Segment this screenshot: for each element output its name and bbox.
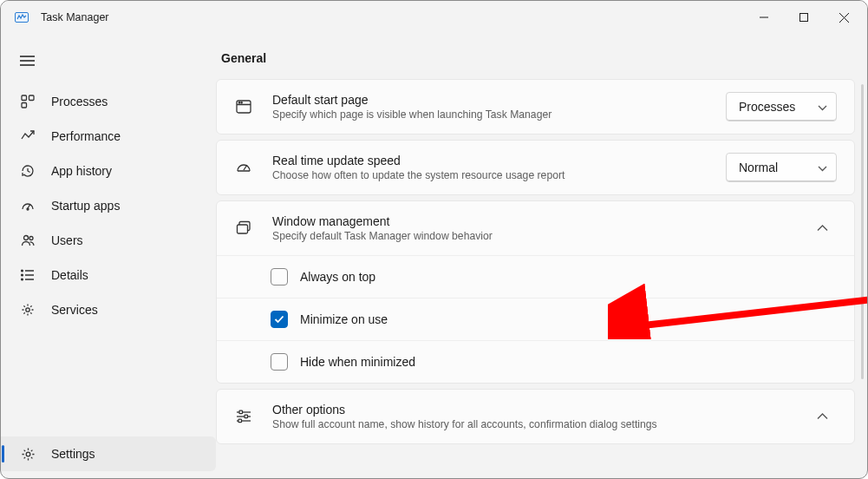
nav-label: Settings [51, 447, 95, 461]
nav-label: App history [51, 164, 112, 178]
content-area: General Default start page Specify which… [216, 34, 867, 478]
settings-icon [20, 446, 36, 462]
dropdown-value: Normal [739, 161, 778, 174]
svg-rect-2 [800, 14, 808, 22]
card-title: Window management [272, 214, 788, 228]
list-icon [20, 267, 36, 283]
chevron-down-icon [818, 100, 827, 114]
titlebar: Task Manager [1, 1, 867, 34]
close-button[interactable] [824, 3, 864, 31]
svg-point-17 [22, 274, 23, 276]
sidebar-item-details[interactable]: Details [1, 258, 216, 292]
card-title: Default start page [272, 93, 707, 107]
scrollbar[interactable] [861, 84, 864, 379]
card-window-management: Window management Specify default Task M… [216, 200, 855, 384]
option-label: Minimize on use [300, 312, 388, 326]
app-icon [15, 10, 29, 24]
speed-icon [234, 158, 253, 177]
sidebar-item-services[interactable]: Services [1, 292, 216, 327]
nav-label: Users [51, 233, 83, 247]
svg-point-15 [22, 270, 23, 272]
card-description: Show full account name, show history for… [272, 418, 788, 430]
section-heading: General [221, 51, 855, 65]
window-controls [744, 3, 864, 31]
sidebar-item-app-history[interactable]: App history [1, 154, 216, 188]
svg-point-12 [27, 208, 29, 210]
svg-rect-9 [29, 95, 35, 101]
windows-icon [234, 219, 253, 238]
svg-rect-32 [239, 410, 243, 414]
card-head-window-management[interactable]: Window management Specify default Task M… [217, 201, 854, 255]
option-always-on-top[interactable]: Always on top [217, 255, 854, 298]
sidebar-item-startup-apps[interactable]: Startup apps [1, 188, 216, 223]
page-icon [234, 97, 253, 116]
gauge-icon [20, 198, 36, 213]
chart-icon [20, 128, 36, 144]
grid-icon [20, 94, 36, 109]
card-description: Specify default Task Manager window beha… [272, 230, 788, 242]
window-frame: Task Manager Processes [0, 0, 868, 479]
card-other-options: Other options Show full account name, sh… [216, 389, 855, 444]
card-head-other-options[interactable]: Other options Show full account name, sh… [217, 390, 854, 443]
option-label: Always on top [300, 270, 375, 284]
option-label: Hide when minimized [300, 355, 415, 369]
gear-icon [20, 302, 36, 318]
option-hide-when-minimized[interactable]: Hide when minimized [217, 340, 854, 383]
svg-point-19 [22, 279, 23, 280]
maximize-button[interactable] [784, 3, 824, 31]
dropdown-update-speed[interactable]: Normal [726, 153, 837, 182]
svg-point-25 [238, 102, 239, 103]
svg-rect-8 [22, 95, 27, 101]
sidebar-item-settings[interactable]: Settings [1, 436, 216, 471]
nav-label: Performance [51, 129, 121, 143]
card-default-start-page: Default start page Specify which page is… [216, 79, 855, 135]
svg-point-21 [26, 308, 29, 312]
minimize-button[interactable] [744, 3, 784, 31]
svg-rect-30 [238, 225, 248, 233]
nav-label: Services [51, 303, 98, 317]
card-title: Other options [272, 403, 788, 417]
checkbox-always-on-top[interactable] [271, 268, 288, 285]
sidebar: Processes Performance App history Startu… [1, 34, 216, 478]
chevron-down-icon [818, 161, 827, 174]
checkbox-minimize-on-use[interactable] [271, 311, 288, 328]
svg-rect-36 [238, 419, 242, 423]
svg-point-22 [26, 452, 30, 456]
nav-label: Details [51, 268, 88, 282]
history-icon [20, 163, 36, 179]
dropdown-value: Processes [739, 100, 795, 114]
sidebar-item-processes[interactable]: Processes [1, 84, 216, 119]
dropdown-default-start-page[interactable]: Processes [726, 92, 837, 121]
nav-label: Processes [51, 95, 108, 108]
option-minimize-on-use[interactable]: Minimize on use [217, 298, 854, 340]
svg-point-26 [241, 102, 242, 103]
sidebar-item-performance[interactable]: Performance [1, 119, 216, 154]
tune-icon [234, 407, 253, 426]
checkbox-hide-when-minimized[interactable] [271, 353, 288, 371]
svg-point-14 [29, 237, 33, 240]
svg-rect-34 [245, 415, 248, 418]
window-title: Task Manager [41, 11, 109, 23]
users-icon [20, 233, 36, 248]
card-description: Specify which page is visible when launc… [272, 108, 707, 121]
card-description: Choose how often to update the system re… [272, 169, 707, 181]
hamburger-button[interactable] [1, 49, 216, 84]
chevron-up-icon [807, 213, 837, 243]
nav-label: Startup apps [51, 199, 120, 213]
svg-rect-10 [22, 103, 27, 108]
chevron-up-icon [807, 402, 837, 431]
svg-point-13 [23, 236, 28, 240]
card-title: Real time update speed [272, 154, 707, 167]
sidebar-item-users[interactable]: Users [1, 223, 216, 258]
card-update-speed: Real time update speed Choose how often … [216, 140, 855, 195]
